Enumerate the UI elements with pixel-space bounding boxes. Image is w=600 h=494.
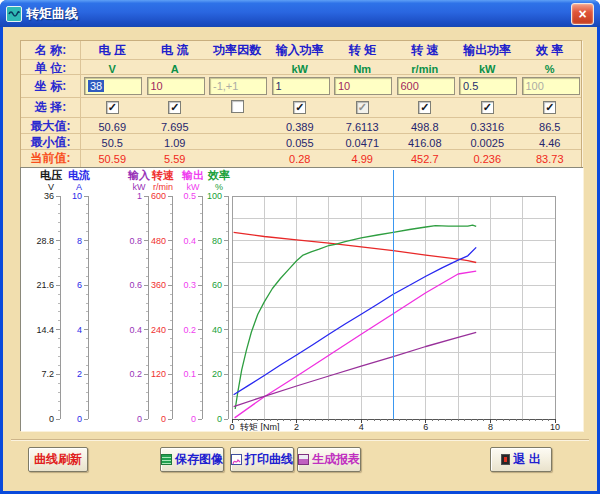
curve-输入 (234, 332, 477, 406)
col-header-torque: 转 矩 (331, 42, 394, 59)
svg-text:36: 36 (44, 191, 54, 201)
select-checkbox-efficiency[interactable]: ✓ (543, 101, 556, 114)
current-value-output-power: 0.236 (456, 153, 519, 165)
svg-text:0.8: 0.8 (129, 236, 142, 246)
svg-text:14.4: 14.4 (36, 325, 54, 335)
svg-text:0: 0 (217, 414, 222, 424)
table-row-select: 选 择:✓✓✓✓✓✓✓ (21, 98, 581, 118)
svg-text:0.4: 0.4 (183, 236, 196, 246)
svg-text:0: 0 (191, 414, 196, 424)
svg-text:40: 40 (212, 325, 222, 335)
coord-input-speed[interactable]: 600 (397, 77, 455, 95)
select-checkbox-torque[interactable]: ✓ (356, 101, 369, 114)
coord-input-torque[interactable]: 10 (334, 77, 392, 95)
svg-text:240: 240 (151, 325, 166, 335)
select-checkbox-voltage[interactable]: ✓ (106, 101, 119, 114)
svg-text:转矩 [Nm]: 转矩 [Nm] (240, 422, 280, 431)
generate-report-label: 生成报表 (312, 451, 360, 468)
client-area: 名 称:电 压电 流功率因数输入功率转 矩转 速输出功率效 率单 位:VAkWN… (3, 27, 597, 491)
coord-input-power-factor[interactable]: -1,+1 (209, 77, 267, 95)
max-value-speed: 498.8 (394, 121, 457, 133)
coord-input-output-power[interactable]: 0.5 (459, 77, 517, 95)
unit-label-output-power: kW (456, 63, 519, 75)
unit-label-torque: Nm (331, 63, 394, 75)
svg-text:6: 6 (423, 422, 428, 431)
svg-text:0: 0 (161, 414, 166, 424)
svg-text:输出: 输出 (181, 169, 204, 181)
torque-chart-panel[interactable]: 电压V3628.821.614.47.20电流A1086420输入kW10.80… (20, 167, 583, 431)
max-value-torque: 7.6113 (331, 121, 394, 133)
table-row-name: 名 称:电 压电 流功率因数输入功率转 矩转 速输出功率效 率 (21, 41, 581, 60)
save-image-icon (161, 454, 172, 465)
exit-button[interactable]: 退 出 (490, 447, 552, 472)
svg-text:480: 480 (151, 236, 166, 246)
svg-text:转速: 转速 (151, 169, 175, 181)
save-image-label: 保存图像 (175, 451, 223, 468)
svg-text:2: 2 (294, 422, 299, 431)
svg-text:0: 0 (77, 414, 82, 424)
close-button[interactable]: × (571, 3, 594, 25)
y-axis-输入: 输入kW10.80.60.40.20 (127, 169, 151, 424)
coord-input-voltage[interactable]: 38 (84, 77, 142, 95)
svg-text:0: 0 (137, 414, 142, 424)
row-label-select: 选 择: (21, 98, 81, 117)
unit-label-speed: r/min (394, 63, 457, 75)
window-title: 转矩曲线 (26, 5, 571, 23)
generate-report-button[interactable]: 生成报表 (297, 447, 361, 472)
svg-text:0.5: 0.5 (183, 191, 196, 201)
print-curve-button[interactable]: 打印曲线 (230, 447, 294, 472)
y-axis-电流: 电流A1086420 (68, 169, 90, 424)
select-checkbox-power-factor[interactable] (231, 100, 244, 113)
table-row-min: 最小值:50.51.090.0550.0471416.080.00254.46 (21, 134, 581, 150)
svg-text:0.1: 0.1 (183, 369, 196, 379)
svg-text:10: 10 (550, 422, 560, 431)
exit-icon (501, 454, 510, 465)
min-value-torque: 0.0471 (331, 137, 394, 149)
current-value-voltage: 50.59 (81, 153, 144, 165)
refresh-curve-button[interactable]: 曲线刷新 (28, 447, 88, 472)
coord-input-input-power[interactable]: 1 (272, 77, 330, 95)
torque-chart: 电压V3628.821.614.47.20电流A1086420输入kW10.80… (20, 167, 583, 431)
app-window: 转矩曲线 × 名 称:电 压电 流功率因数输入功率转 矩转 速输出功率效 率单 … (0, 0, 600, 494)
table-row-coord: 坐 标:3810-1,+11106000.5100 (21, 75, 581, 98)
unit-label-voltage: V (81, 63, 144, 75)
min-value-voltage: 50.5 (81, 137, 144, 149)
curve-输出 (235, 271, 477, 418)
save-image-button[interactable]: 保存图像 (160, 447, 224, 472)
min-value-output-power: 0.0025 (456, 137, 519, 149)
svg-text:0: 0 (49, 414, 54, 424)
row-label-max: 最大值: (21, 118, 81, 135)
svg-text:效率: 效率 (207, 169, 230, 181)
current-value-torque: 4.99 (331, 153, 394, 165)
generate-report-icon (298, 454, 309, 465)
select-checkbox-input-power[interactable]: ✓ (293, 101, 306, 114)
col-header-input-power: 输入功率 (269, 42, 332, 59)
curve-转速 (234, 232, 477, 262)
coord-input-efficiency[interactable]: 100 (522, 77, 580, 95)
svg-text:120: 120 (151, 369, 166, 379)
unit-label-input-power: kW (269, 63, 332, 75)
svg-text:电流: 电流 (68, 169, 90, 181)
select-checkbox-speed[interactable]: ✓ (418, 101, 431, 114)
max-value-voltage: 50.69 (81, 121, 144, 133)
svg-text:0.2: 0.2 (183, 325, 196, 335)
titlebar[interactable]: 转矩曲线 × (0, 0, 600, 27)
coord-input-current[interactable]: 10 (147, 77, 205, 95)
col-header-current: 电 流 (144, 42, 207, 59)
col-header-voltage: 电 压 (81, 42, 144, 59)
unit-label-efficiency: % (519, 63, 582, 75)
svg-text:80: 80 (212, 236, 222, 246)
row-label-coord: 坐 标: (21, 75, 81, 97)
svg-text:10: 10 (72, 191, 82, 201)
x-axis-torque: 0246810转矩 [Nm] (229, 419, 560, 431)
select-checkbox-current[interactable]: ✓ (168, 101, 181, 114)
svg-text:8: 8 (488, 422, 493, 431)
current-value-input-power: 0.28 (269, 153, 332, 165)
select-checkbox-output-power[interactable]: ✓ (481, 101, 494, 114)
row-label-name: 名 称: (21, 41, 81, 59)
svg-text:2: 2 (77, 369, 82, 379)
svg-text:600: 600 (151, 191, 166, 201)
col-header-power-factor: 功率因数 (206, 42, 269, 59)
col-header-output-power: 输出功率 (456, 42, 519, 59)
svg-text:360: 360 (151, 280, 166, 290)
